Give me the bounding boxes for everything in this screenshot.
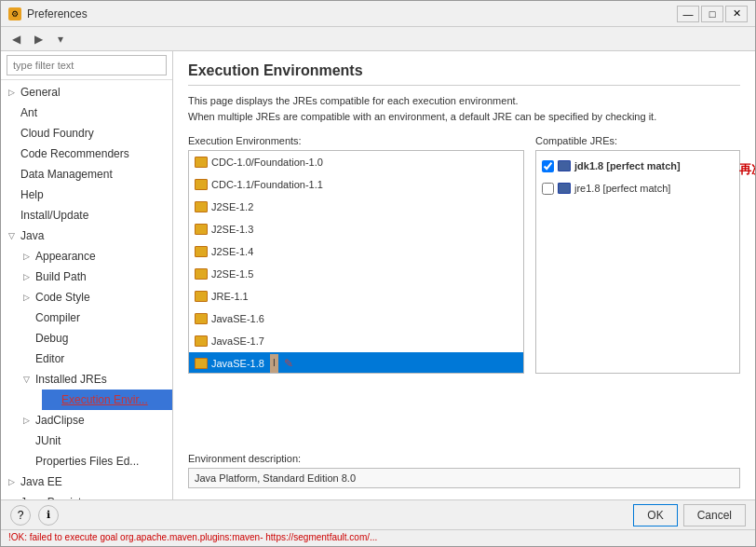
arrow-icon: ▷ bbox=[23, 248, 33, 265]
window-icon: ⚙ bbox=[8, 7, 21, 21]
env-list[interactable]: CDC-1.0/Foundation-1.0 CDC-1.1/Foundatio… bbox=[188, 150, 524, 374]
filter-input[interactable] bbox=[7, 55, 167, 75]
env-item-label: CDC-1.1/Foundation-1.1 bbox=[211, 175, 323, 194]
tree-item-label: Compiler bbox=[35, 309, 169, 326]
tree-item-ant[interactable]: Ant bbox=[1, 103, 172, 123]
ok-button[interactable]: OK bbox=[633, 504, 677, 526]
tree-item-build-path[interactable]: ▷ Build Path bbox=[16, 267, 172, 287]
tree-item-jadclipse[interactable]: ▷ JadClipse bbox=[16, 410, 172, 431]
cursor-indicator: I bbox=[270, 354, 278, 373]
tree-item-label: Help bbox=[20, 186, 169, 203]
env-desc-input[interactable] bbox=[188, 468, 740, 488]
tree: ▷ General Ant Cloud Foundry Code Recomme… bbox=[1, 80, 172, 499]
tree-item-junit[interactable]: JUnit bbox=[16, 431, 172, 451]
back-button[interactable]: ◀ bbox=[7, 30, 25, 48]
annotation-text: 再次选择jdk bbox=[739, 162, 755, 176]
arrow-icon: ▷ bbox=[23, 289, 33, 306]
tree-java-children: ▷ Appearance ▷ Build Path ▷ Code Style C… bbox=[1, 246, 172, 472]
tree-item-java-persistence[interactable]: Java Persistence bbox=[1, 492, 172, 499]
bottom-right: OK Cancel bbox=[633, 504, 746, 526]
tree-item-properties-files[interactable]: Properties Files Ed... bbox=[16, 451, 172, 472]
env-icon bbox=[195, 201, 208, 212]
cancel-button[interactable]: Cancel bbox=[683, 504, 746, 526]
env-item-label: J2SE-1.3 bbox=[211, 220, 253, 239]
tree-item-editor[interactable]: Editor bbox=[16, 349, 172, 369]
tree-item-label: Execution Envir... bbox=[61, 391, 169, 408]
env-item-j2se12[interactable]: J2SE-1.2 bbox=[189, 196, 523, 218]
env-item-cdc10[interactable]: CDC-1.0/Foundation-1.0 bbox=[189, 151, 523, 173]
env-item-label: J2SE-1.4 bbox=[211, 242, 253, 261]
tree-item-install-update[interactable]: Install/Update bbox=[1, 205, 172, 226]
main-content: ▷ General Ant Cloud Foundry Code Recomme… bbox=[1, 51, 755, 499]
env-item-j2se13[interactable]: J2SE-1.3 bbox=[189, 218, 523, 240]
env-item-cdc11[interactable]: CDC-1.1/Foundation-1.1 bbox=[189, 173, 523, 196]
tree-item-label: Install/Update bbox=[20, 207, 169, 224]
env-item-label: JavaSE-1.6 bbox=[211, 309, 264, 328]
jre-label: jre1.8 [perfect match] bbox=[574, 179, 670, 198]
jre-checkbox-jdk18[interactable] bbox=[542, 160, 554, 172]
env-section: Execution Environments: CDC-1.0/Foundati… bbox=[188, 135, 740, 444]
tree-item-label: Appearance bbox=[35, 248, 169, 265]
help-button[interactable]: ? bbox=[10, 505, 31, 526]
tree-item-data-management[interactable]: Data Management bbox=[1, 164, 172, 185]
tree-item-label: Code Recommenders bbox=[20, 145, 169, 162]
env-item-label: JavaSE-1.8 bbox=[211, 354, 264, 373]
forward-button[interactable]: ▶ bbox=[29, 30, 47, 48]
env-icon bbox=[195, 157, 208, 168]
edit-icon: ✎ bbox=[284, 354, 293, 373]
jre-checkbox-jre18[interactable] bbox=[542, 183, 554, 195]
right-panel: Execution Environments This page display… bbox=[173, 51, 755, 499]
tree-item-java[interactable]: ▽ Java bbox=[1, 226, 172, 246]
toolbar: ◀ ▶ ▾ bbox=[1, 27, 755, 51]
env-item-javase16[interactable]: JavaSE-1.6 bbox=[189, 308, 523, 330]
title-controls: — □ ✕ bbox=[677, 6, 748, 22]
tree-item-appearance[interactable]: ▷ Appearance bbox=[16, 246, 172, 267]
title-bar-left: ⚙ Preferences bbox=[8, 7, 88, 21]
env-desc-section: Environment description: bbox=[188, 453, 740, 488]
tree-item-java-ee[interactable]: ▷ Java EE bbox=[1, 472, 172, 492]
env-item-label: JavaSE-1.7 bbox=[211, 332, 264, 350]
env-item-javase17[interactable]: JavaSE-1.7 bbox=[189, 330, 523, 352]
tree-item-label: Java bbox=[20, 227, 169, 244]
tree-item-installed-jres[interactable]: ▽ Installed JREs bbox=[16, 369, 172, 390]
env-icon bbox=[195, 268, 208, 280]
minimize-button[interactable]: — bbox=[677, 6, 699, 22]
tree-item-execution-envir[interactable]: Execution Envir... bbox=[42, 390, 172, 410]
title-bar: ⚙ Preferences — □ ✕ bbox=[1, 1, 755, 27]
env-item-jre11[interactable]: JRE-1.1 bbox=[189, 285, 523, 308]
tree-item-label: Cloud Foundry bbox=[20, 125, 169, 142]
dropdown-button[interactable]: ▾ bbox=[51, 30, 70, 48]
jre-list: jdk1.8 [perfect match] jre1.8 [perfect m… bbox=[535, 150, 740, 374]
arrow-icon: ▷ bbox=[23, 268, 33, 285]
env-item-label: J2SE-1.2 bbox=[211, 198, 253, 216]
tree-item-label: Properties Files Ed... bbox=[35, 453, 169, 470]
jre-list-container: Compatible JREs: jdk1.8 [perfect match] … bbox=[535, 135, 740, 444]
jre-item-jre18[interactable]: jre1.8 [perfect match] bbox=[540, 177, 736, 199]
maximize-button[interactable]: □ bbox=[701, 6, 723, 22]
tree-item-code-style[interactable]: ▷ Code Style bbox=[16, 287, 172, 308]
env-item-j2se14[interactable]: J2SE-1.4 bbox=[189, 240, 523, 263]
panel-desc-line2: When multiple JREs are compatible with a… bbox=[188, 109, 740, 125]
env-item-j2se15[interactable]: J2SE-1.5 bbox=[189, 263, 523, 285]
tree-item-general[interactable]: ▷ General bbox=[1, 82, 172, 103]
tree-item-label: Debug bbox=[35, 330, 169, 347]
tree-item-label: Build Path bbox=[35, 268, 169, 285]
arrow-icon: ▷ bbox=[23, 412, 33, 429]
jre-icon bbox=[558, 160, 571, 171]
tree-item-cloud-foundry[interactable]: Cloud Foundry bbox=[1, 123, 172, 144]
arrow-expanded-icon: ▽ bbox=[8, 227, 18, 244]
bottom-left: ? ℹ bbox=[10, 505, 59, 526]
tree-item-label: Code Style bbox=[35, 289, 169, 306]
info-button[interactable]: ℹ bbox=[38, 505, 59, 526]
tree-installed-jres-children: Execution Envir... bbox=[16, 390, 172, 410]
close-button[interactable]: ✕ bbox=[725, 6, 748, 22]
jre-item-jdk18[interactable]: jdk1.8 [perfect match] bbox=[540, 155, 736, 177]
tree-item-debug[interactable]: Debug bbox=[16, 328, 172, 349]
env-list-container: Execution Environments: CDC-1.0/Foundati… bbox=[188, 135, 524, 444]
tree-item-help[interactable]: Help bbox=[1, 185, 172, 205]
tree-item-code-recommenders[interactable]: Code Recommenders bbox=[1, 144, 172, 164]
tree-item-label: Editor bbox=[35, 350, 169, 367]
tree-item-compiler[interactable]: Compiler bbox=[16, 308, 172, 328]
env-item-javase18[interactable]: JavaSE-1.8 I ✎ bbox=[189, 352, 523, 374]
annotation-overlay: 再次选择jdk bbox=[739, 161, 755, 178]
